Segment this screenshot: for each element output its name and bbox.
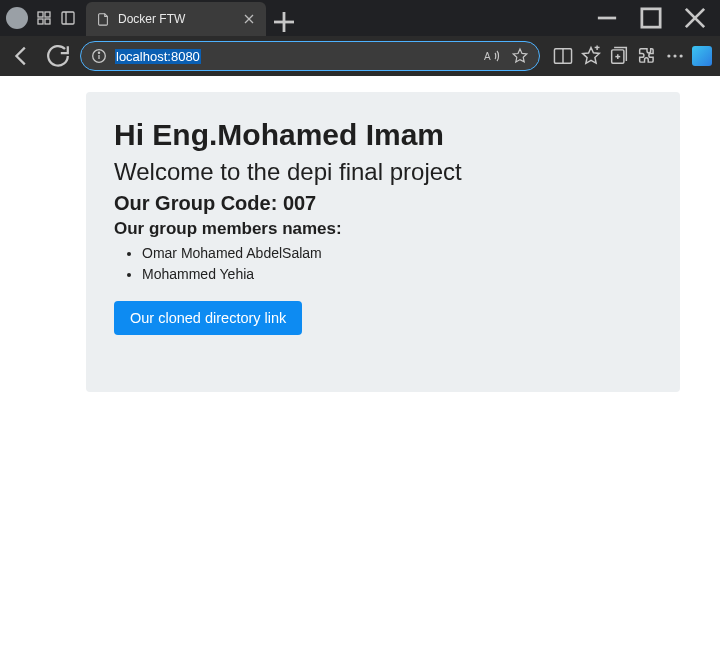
vertical-tabs-icon[interactable] bbox=[60, 10, 76, 26]
refresh-button[interactable] bbox=[44, 42, 72, 70]
address-selected: localhost:8080 bbox=[115, 49, 201, 64]
tab-close-icon[interactable] bbox=[242, 12, 256, 26]
window-close-button[interactable] bbox=[676, 2, 714, 34]
window-minimize-button[interactable] bbox=[588, 2, 626, 34]
split-screen-icon[interactable] bbox=[552, 45, 574, 67]
extensions-icon[interactable] bbox=[636, 45, 658, 67]
read-aloud-icon[interactable]: A bbox=[483, 47, 501, 65]
titlebar: Docker FTW bbox=[0, 0, 720, 36]
favorites-icon[interactable] bbox=[580, 45, 602, 67]
page-heading-h3: Our Group Code: 007 bbox=[114, 192, 652, 215]
window-maximize-button[interactable] bbox=[632, 2, 670, 34]
address-text: localhost:8080 bbox=[115, 49, 475, 64]
svg-point-27 bbox=[680, 54, 683, 57]
tab-active[interactable]: Docker FTW bbox=[86, 2, 266, 36]
svg-rect-3 bbox=[45, 19, 50, 24]
window-controls bbox=[588, 2, 714, 34]
page-viewport: Hi Eng.Mohamed Imam Welcome to the depi … bbox=[0, 76, 720, 663]
site-info-icon[interactable] bbox=[91, 48, 107, 64]
svg-rect-0 bbox=[38, 12, 43, 17]
list-item: Omar Mohamed AbdelSalam bbox=[142, 243, 652, 264]
content-card: Hi Eng.Mohamed Imam Welcome to the depi … bbox=[86, 92, 680, 392]
svg-rect-1 bbox=[45, 12, 50, 17]
page-heading-h1: Hi Eng.Mohamed Imam bbox=[114, 118, 652, 152]
svg-point-26 bbox=[673, 54, 676, 57]
svg-rect-4 bbox=[62, 12, 74, 24]
svg-rect-11 bbox=[642, 9, 660, 27]
titlebar-left bbox=[6, 7, 76, 29]
collections-icon[interactable] bbox=[608, 45, 630, 67]
workspaces-icon[interactable] bbox=[36, 10, 52, 26]
svg-text:A: A bbox=[484, 51, 491, 62]
page-heading-h2: Welcome to the depi final project bbox=[114, 158, 652, 186]
address-bar[interactable]: localhost:8080 A bbox=[80, 41, 540, 71]
address-bar-actions: A bbox=[483, 47, 529, 65]
back-button[interactable] bbox=[8, 42, 36, 70]
page-heading-h4: Our group members names: bbox=[114, 219, 652, 239]
new-tab-button[interactable] bbox=[270, 8, 298, 36]
list-item: Mohammed Yehia bbox=[142, 264, 652, 285]
toolbar-right bbox=[552, 45, 712, 67]
svg-point-16 bbox=[98, 52, 99, 53]
copilot-icon[interactable] bbox=[692, 46, 712, 66]
profile-avatar[interactable] bbox=[6, 7, 28, 29]
members-list: Omar Mohamed AbdelSalam Mohammed Yehia bbox=[114, 243, 652, 285]
favorite-star-icon[interactable] bbox=[511, 47, 529, 65]
tabstrip: Docker FTW bbox=[86, 0, 298, 36]
more-menu-icon[interactable] bbox=[664, 45, 686, 67]
cloned-directory-link-button[interactable]: Our cloned directory link bbox=[114, 301, 302, 335]
page-favicon-icon bbox=[96, 12, 110, 26]
svg-rect-2 bbox=[38, 19, 43, 24]
tab-title: Docker FTW bbox=[118, 12, 234, 26]
toolbar: localhost:8080 A bbox=[0, 36, 720, 76]
svg-point-25 bbox=[667, 54, 670, 57]
